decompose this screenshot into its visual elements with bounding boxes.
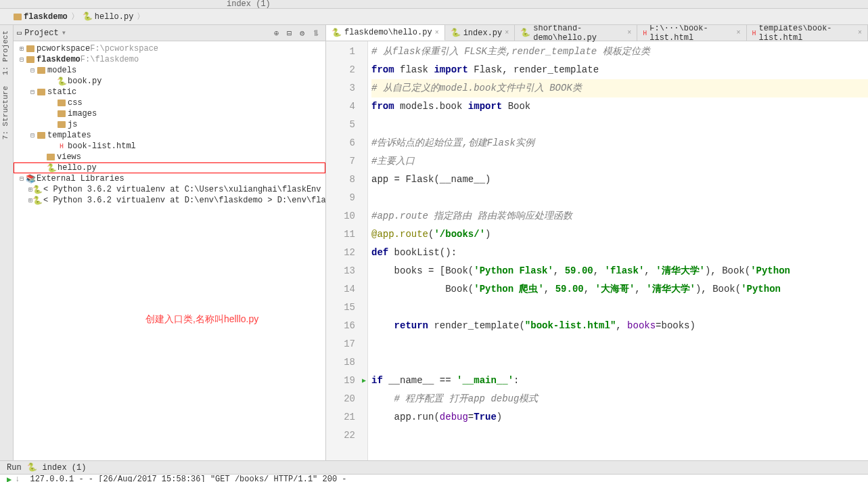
code-line[interactable]	[371, 116, 868, 134]
code-line[interactable]: @app.route('/books/')	[371, 225, 868, 244]
tab-label: templates\book-list.html	[759, 25, 855, 43]
gear-icon[interactable]: ⚙	[300, 28, 309, 38]
console-line: 127.0.0.1 - - [26/Aug/2017 15:58:36] "GE…	[30, 475, 346, 482]
code-line[interactable]	[371, 335, 868, 353]
py-icon: 🐍	[47, 163, 56, 173]
line-number: 15	[326, 299, 355, 317]
py-icon: 🐍	[451, 28, 461, 38]
tree-toggle-icon[interactable]: ⊟	[18, 56, 26, 64]
tree-item[interactable]: 🐍hello.py	[14, 162, 325, 173]
tree-item[interactable]: ⊟📚External Libraries	[14, 173, 325, 184]
code-line[interactable]: from flask import Flask, render_template	[371, 61, 868, 79]
breadcrumb-item[interactable]: flaskdemo	[10, 12, 71, 22]
run-label[interactable]: Run	[7, 463, 22, 473]
code-content[interactable]: # 从flask保重引入 FLSK主类,render_template 模板定位…	[368, 41, 868, 460]
close-icon[interactable]: ×	[505, 29, 509, 37]
tree-toggle-icon[interactable]: ⊞	[18, 45, 26, 53]
code-editor[interactable]: 12345678910111213141516171819▶202122 # 从…	[326, 41, 868, 460]
tree-label: flaskdemo	[37, 55, 81, 64]
tree-item[interactable]: ⊟models	[14, 65, 325, 76]
code-line[interactable]: #主要入口	[371, 152, 868, 171]
close-icon[interactable]: ×	[435, 29, 439, 37]
py-icon: 🐍	[32, 185, 42, 195]
code-line[interactable]: #app.route 指定路由 路由装饰响应处理函数	[371, 207, 868, 225]
tool-structure[interactable]: 7: Structure	[0, 81, 11, 145]
collapse-icon[interactable]: ⊕	[274, 28, 283, 38]
tab-label: flaskdemo\hello.py	[344, 28, 432, 37]
tab-label: F:\···\book-list.html	[649, 25, 733, 43]
folder-icon	[14, 14, 22, 20]
run-config-label[interactable]: index (1)	[227, 0, 271, 9]
code-line[interactable]: # 从flask保重引入 FLSK主类,render_template 模板定位…	[371, 43, 868, 61]
code-line[interactable]: books = [Book('Python Flask', 59.00, 'fl…	[371, 262, 868, 280]
code-line[interactable]: Book('Python 爬虫', 59.00, '大海哥', '清华大学'),…	[371, 280, 868, 299]
run-config-label[interactable]: index (1)	[43, 463, 87, 473]
close-icon[interactable]: ×	[858, 29, 862, 37]
html-icon: H	[643, 28, 647, 38]
run-console[interactable]: ▶ ↓ 127.0.0.1 - - [26/Aug/2017 15:58:36]…	[0, 474, 868, 482]
line-number: 20	[326, 390, 355, 408]
tree-toggle-icon[interactable]: ⊟	[28, 66, 37, 74]
code-line[interactable]: #告诉站点的起始位置,创建Flask实例	[371, 134, 868, 152]
tree-item[interactable]: ⊟static	[14, 87, 325, 97]
console-arrow-icon[interactable]: ▶	[7, 475, 12, 482]
dropdown-icon[interactable]: ▾	[62, 28, 66, 38]
tree-toggle-icon[interactable]: ⊟	[28, 131, 37, 139]
code-line[interactable]	[371, 299, 868, 317]
tree-label: hello.py	[58, 163, 97, 173]
close-icon[interactable]: ×	[627, 29, 631, 37]
line-number: 13	[326, 262, 355, 280]
console-arrow-icon[interactable]: ↓	[15, 475, 20, 482]
tree-path: F:\pcworkspace	[90, 44, 158, 53]
code-line[interactable]	[371, 189, 868, 207]
tree-item[interactable]: 🐍book.py	[14, 76, 325, 87]
run-gutter-icon[interactable]: ▶	[362, 372, 366, 390]
project-panel-header: ▭ Project ▾ ⊕ ⊟ ⚙ ⥮	[14, 25, 325, 41]
code-line[interactable]: app.run(debug=True)	[371, 408, 868, 426]
tree-item[interactable]: views	[14, 152, 325, 162]
tree-item[interactable]: js	[14, 119, 325, 130]
tree-item[interactable]: ⊞🐍< Python 3.6.2 virtualenv at D:\env\fl…	[14, 195, 325, 206]
project-tree[interactable]: ⊞pcworkspace F:\pcworkspace⊟flaskdemo F:…	[14, 41, 325, 460]
code-line[interactable]	[371, 426, 868, 445]
code-line[interactable]: # 从自己定义的model.book文件中引入 BOOK类	[371, 79, 868, 97]
tree-item[interactable]: ⊟flaskdemo F:\flaskdemo	[14, 54, 325, 65]
tree-item[interactable]: Hbook-list.html	[14, 141, 325, 152]
target-icon[interactable]: ⊟	[287, 28, 296, 38]
breadcrumb-item[interactable]: 🐍 hello.py	[79, 12, 137, 22]
close-icon[interactable]: ×	[737, 29, 741, 37]
tree-toggle-icon[interactable]: ⊟	[18, 175, 26, 183]
tree-label: pcworkspace	[37, 44, 90, 53]
line-number: 5	[326, 116, 355, 134]
tree-label: models	[47, 66, 76, 75]
editor-tab[interactable]: 🐍flaskdemo\hello.py×	[326, 25, 445, 41]
py-icon: 🐍	[332, 28, 342, 38]
editor-tab[interactable]: 🐍index.py×	[445, 25, 516, 41]
line-number: 8	[326, 171, 355, 189]
editor-tab[interactable]: HF:\···\book-list.html×	[637, 25, 746, 41]
tree-label: External Libraries	[37, 174, 124, 183]
code-line[interactable]	[371, 353, 868, 372]
tree-toggle-icon[interactable]: ⊟	[28, 88, 37, 96]
tool-project[interactable]: 1: Project	[0, 25, 11, 81]
tree-item[interactable]: css	[14, 97, 325, 108]
code-line[interactable]: from models.book import Book	[371, 97, 868, 116]
hide-icon[interactable]: ⥮	[313, 28, 322, 38]
code-line[interactable]: def bookList():	[371, 244, 868, 262]
tree-label: book.py	[68, 76, 101, 86]
line-number: 7	[326, 152, 355, 171]
line-number: 16	[326, 317, 355, 335]
py-icon: 🐍	[32, 196, 42, 206]
breadcrumb: flaskdemo 〉 🐍 hello.py 〉	[0, 9, 868, 25]
tree-item[interactable]: images	[14, 108, 325, 119]
code-line[interactable]: if __name__ == '__main__':	[371, 372, 868, 390]
tree-item[interactable]: ⊞pcworkspace F:\pcworkspace	[14, 43, 325, 54]
editor-tab[interactable]: 🐍shorthand-demo\hello.py×	[515, 25, 637, 41]
tree-item[interactable]: ⊞🐍< Python 3.6.2 virtualenv at C:\Users\…	[14, 184, 325, 195]
code-line[interactable]: # 程序配置 打开app debug模式	[371, 390, 868, 408]
editor-tab[interactable]: Htemplates\book-list.html×	[747, 25, 868, 41]
folder-icon	[37, 89, 46, 95]
code-line[interactable]: return render_template("book-list.html",…	[371, 317, 868, 335]
code-line[interactable]: app = Flask(__name__)	[371, 171, 868, 189]
tree-item[interactable]: ⊟templates	[14, 130, 325, 141]
